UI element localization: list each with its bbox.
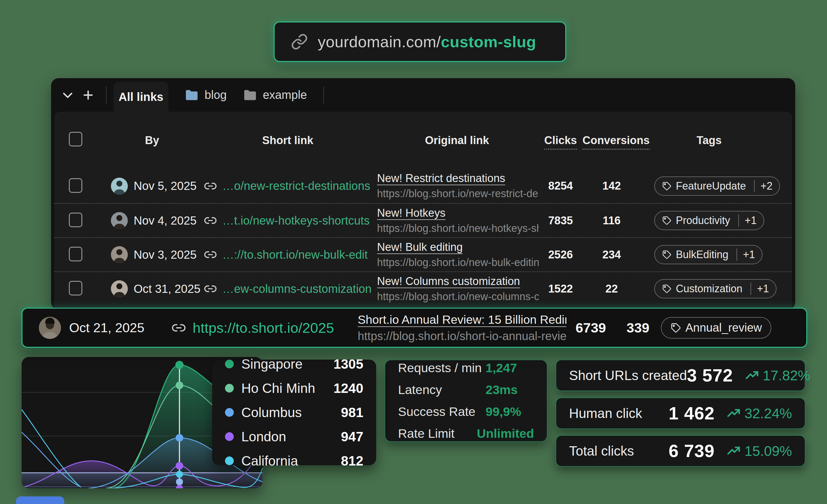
- clicks-value: 7835: [539, 214, 582, 227]
- legend-dot: [225, 408, 234, 417]
- link-icon: [204, 214, 217, 227]
- links-window: All links blog example By Short link Ori…: [51, 78, 795, 310]
- trend-badge: 15.09%: [715, 443, 792, 459]
- custom-domain-input[interactable]: yourdomain.com/custom-slug: [274, 21, 566, 62]
- row-date: Nov 5, 2025: [134, 180, 197, 193]
- link-icon: [204, 248, 217, 261]
- legend-dot: [225, 432, 234, 441]
- table-row: Nov 5, 2025 …o/new-restrict-destinations…: [54, 169, 792, 203]
- tag-extra-count[interactable]: +1: [738, 214, 757, 226]
- clicks-value: 2526: [539, 249, 582, 261]
- col-clicks[interactable]: Clicks: [539, 134, 582, 147]
- domain-prefix: yourdomain.com/: [318, 33, 441, 50]
- legend-item: Singapore 1305: [225, 356, 363, 372]
- legend-item: Ho Chi Minh 1240: [225, 380, 363, 396]
- row-checkbox[interactable]: [69, 213, 82, 227]
- tab-blog[interactable]: blog: [185, 88, 227, 101]
- short-link[interactable]: …t.io/new-hotkeys-shortcuts: [200, 214, 375, 227]
- tag-pill[interactable]: FeatureUpdate+2: [654, 177, 780, 196]
- original-link-url: https://blog.short.io/new-restrict-des…: [377, 188, 539, 200]
- domain-url: yourdomain.com/custom-slug: [318, 33, 536, 51]
- tag-pill[interactable]: Annual_review: [661, 317, 771, 339]
- link-icon: [291, 33, 308, 50]
- plus-icon: [82, 88, 95, 102]
- row-date: Nov 3, 2025: [134, 248, 197, 261]
- table-row: Nov 3, 2025 …://to.short.io/new-bulk-edi…: [54, 237, 792, 271]
- original-link-title[interactable]: New! Columns customization: [377, 275, 539, 288]
- avatar: [111, 280, 128, 297]
- tab-example[interactable]: example: [243, 88, 307, 101]
- link-icon: [204, 282, 217, 296]
- link-icon: [204, 180, 217, 193]
- row-date: Oct 21, 2025: [69, 320, 155, 336]
- tabbar-divider: [106, 87, 106, 104]
- stat-row: Latency 23ms: [398, 383, 534, 397]
- row-checkbox[interactable]: [69, 178, 82, 193]
- tag-extra-count[interactable]: +1: [736, 249, 755, 261]
- select-all-checkbox[interactable]: [69, 132, 82, 146]
- original-link-title[interactable]: New! Hotkeys: [377, 207, 539, 219]
- trend-badge: 32.24%: [715, 405, 792, 421]
- tag-icon: [662, 250, 672, 260]
- conversions-value: 116: [582, 214, 641, 227]
- tab-all-links[interactable]: All links: [113, 82, 168, 112]
- row-checkbox[interactable]: [69, 281, 82, 296]
- short-link[interactable]: …o/new-restrict-destinations: [200, 180, 375, 193]
- original-link-url: https://blog.short.io/new-hotkeys-sh…: [377, 222, 539, 235]
- link-icon: [171, 320, 186, 336]
- col-by: By: [104, 134, 200, 147]
- avatar: [111, 178, 128, 195]
- trending-up-icon: [727, 444, 741, 458]
- chart-legend: Singapore 1305 Ho Chi Minh 1240 Columbus…: [212, 360, 376, 465]
- folder-icon: [243, 89, 257, 101]
- tag-pill[interactable]: BulkEditing+1: [654, 245, 763, 264]
- original-link-title[interactable]: Short.io Annual Review: 15 Billion Redir…: [358, 313, 567, 327]
- highlighted-link-row[interactable]: Oct 21, 2025 https://to.short.io/2025 Sh…: [21, 308, 807, 348]
- conversions-value: 234: [582, 249, 641, 261]
- col-tags: Tags: [641, 134, 777, 147]
- short-link[interactable]: …://to.short.io/new-bulk-edit: [200, 248, 375, 261]
- legend-item: London 947: [225, 429, 363, 445]
- avatar: [111, 212, 128, 229]
- clicks-value: 1522: [539, 283, 582, 295]
- col-conversions[interactable]: Conversions: [582, 134, 641, 147]
- collapse-button[interactable]: [57, 85, 78, 105]
- conversions-value: 142: [582, 180, 641, 192]
- tag-extra-count[interactable]: +1: [750, 283, 769, 295]
- tag-extra-count[interactable]: +2: [754, 180, 772, 192]
- chevron-down-icon: [61, 88, 75, 102]
- tag-icon: [662, 215, 672, 225]
- legend-dot: [225, 456, 234, 465]
- original-link-title[interactable]: New! Restrict destinations: [377, 172, 539, 185]
- trend-badge: 17.82%: [733, 367, 810, 384]
- tag-icon: [670, 322, 681, 334]
- tab-bar: All links blog example: [51, 78, 795, 112]
- tag-pill[interactable]: Productivity+1: [654, 211, 764, 230]
- page: yourdomain.com/custom-slug All links blo…: [0, 0, 827, 504]
- row-date: Nov 4, 2025: [134, 214, 197, 227]
- row-checkbox[interactable]: [69, 247, 82, 261]
- folder-icon: [185, 89, 199, 101]
- tab-blog-label: blog: [204, 88, 227, 101]
- decorative-blue-pill: [16, 496, 64, 504]
- tabbar-divider: [323, 87, 324, 104]
- stat-row: Requests / min 1,247: [398, 361, 534, 375]
- conversions-value: 22: [582, 283, 641, 295]
- add-tab-button[interactable]: [78, 85, 98, 105]
- conversions-value: 339: [615, 320, 661, 336]
- legend-dot: [225, 384, 234, 393]
- legend-dot: [225, 360, 234, 368]
- short-link[interactable]: https://to.short.io/2025: [193, 320, 341, 336]
- table-row: Oct 31, 2025 …ew-columns-customization N…: [54, 271, 792, 305]
- tab-all-links-label: All links: [118, 90, 163, 104]
- original-link-title[interactable]: New! Bulk editing: [377, 241, 539, 253]
- table-row: Nov 4, 2025 …t.io/new-hotkeys-shortcuts …: [54, 203, 792, 237]
- api-stats-panel: Requests / min 1,247 Latency 23ms Succes…: [385, 360, 547, 442]
- short-link[interactable]: …ew-columns-customization: [200, 282, 375, 296]
- trending-up-icon: [745, 368, 759, 383]
- custom-slug: custom-slug: [441, 33, 536, 50]
- clicks-value: 6739: [567, 320, 615, 336]
- tag-pill[interactable]: Customization+1: [654, 279, 777, 298]
- stat-card-total-clicks: Total clicks 6 739 15.09%: [555, 435, 806, 467]
- tag-icon: [662, 284, 672, 294]
